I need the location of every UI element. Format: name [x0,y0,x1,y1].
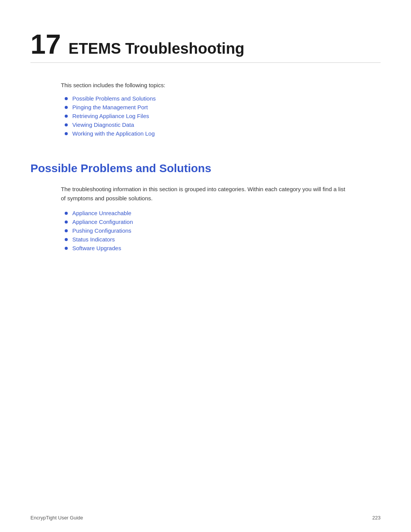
bullet-icon [65,220,68,224]
chapter-title-row: 17 ETEMS Troubleshooting [30,30,381,63]
bullet-icon [65,123,68,126]
list-item: Pushing Configurations [65,227,350,234]
bullet-icon [65,229,68,232]
page-container: 17 ETEMS Troubleshooting This section in… [0,0,411,532]
footer-left-text: EncrypTight User Guide [30,515,83,521]
list-item: Working with the Application Log [65,130,350,137]
sub-link-appliance-unreachable[interactable]: Appliance Unreachable [72,210,131,216]
list-item: Appliance Configuration [65,219,350,225]
section-heading: Possible Problems and Solutions [0,139,411,177]
sub-link-status-indicators[interactable]: Status Indicators [72,236,115,243]
topic-link-pinging[interactable]: Pinging the Management Port [72,104,148,110]
topic-link-viewing[interactable]: Viewing Diagnostic Data [72,121,134,128]
section-content: The troubleshooting information in this … [0,177,411,251]
chapter-header: 17 ETEMS Troubleshooting [0,0,411,63]
list-item: Retrieving Appliance Log Files [65,113,350,119]
list-item: Viewing Diagnostic Data [65,121,350,128]
chapter-title: ETEMS Troubleshooting [68,40,244,57]
list-item: Software Upgrades [65,245,350,251]
list-item: Possible Problems and Solutions [65,95,350,102]
topic-link-working[interactable]: Working with the Application Log [72,130,155,137]
list-item: Pinging the Management Port [65,104,350,110]
bullet-icon [65,212,68,215]
topics-list: Possible Problems and Solutions Pinging … [65,95,350,137]
section-paragraph: The troubleshooting information in this … [61,185,350,203]
sub-link-software-upgrades[interactable]: Software Upgrades [72,245,121,251]
sub-topics-list: Appliance Unreachable Appliance Configur… [65,210,350,251]
bullet-icon [65,247,68,250]
topic-link-retrieving[interactable]: Retrieving Appliance Log Files [72,113,149,119]
sub-link-pushing-configurations[interactable]: Pushing Configurations [72,227,131,234]
chapter-number: 17 [30,30,61,58]
bullet-icon [65,238,68,241]
list-item: Status Indicators [65,236,350,243]
topic-link-possible-problems[interactable]: Possible Problems and Solutions [72,95,156,102]
intro-section: This section includes the following topi… [0,63,411,137]
bullet-icon [65,115,68,118]
bullet-icon [65,97,68,100]
page-footer: EncrypTight User Guide 223 [0,515,411,521]
list-item: Appliance Unreachable [65,210,350,216]
sub-link-appliance-configuration[interactable]: Appliance Configuration [72,219,133,225]
bullet-icon [65,132,68,135]
section-title: Possible Problems and Solutions [30,162,381,177]
footer-page-number: 223 [372,515,381,521]
bullet-icon [65,106,68,109]
intro-paragraph: This section includes the following topi… [61,82,350,88]
